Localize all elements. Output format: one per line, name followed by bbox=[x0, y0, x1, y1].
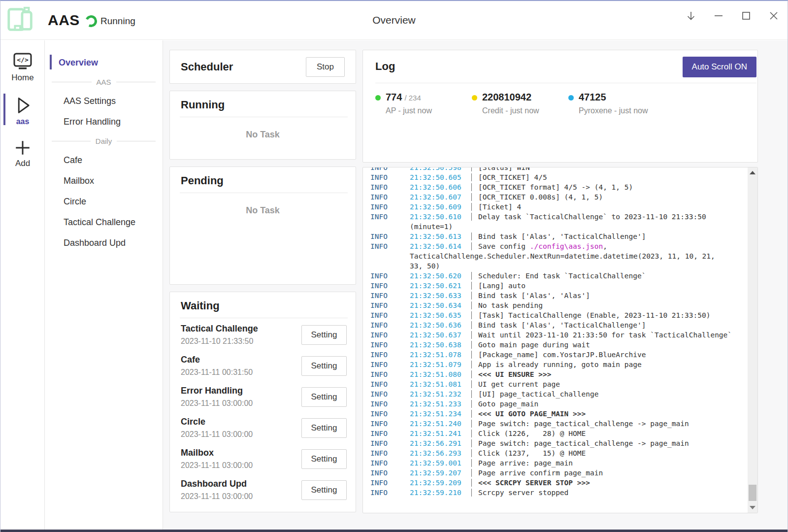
log-timestamp: 21:32:50.613 bbox=[410, 232, 471, 241]
scroll-down-icon[interactable] bbox=[750, 506, 755, 509]
play-icon bbox=[13, 96, 33, 115]
maximize-icon bbox=[740, 10, 752, 22]
sidebar-item-aas-settings[interactable]: AAS Settings bbox=[45, 91, 163, 111]
close-button[interactable] bbox=[768, 10, 780, 22]
log-level: INFO bbox=[370, 340, 410, 350]
divider-line bbox=[117, 141, 156, 141]
log-text: [Ticket] 4 bbox=[478, 203, 521, 211]
log-text: Page arrive confirm page_main bbox=[478, 469, 603, 477]
nav-rail-item-add[interactable]: Add bbox=[0, 134, 45, 168]
log-text: Goto page_main bbox=[478, 400, 538, 408]
code-monitor-icon: </> bbox=[12, 52, 33, 71]
scrollbar-thumb[interactable] bbox=[749, 485, 756, 501]
status-text: Running bbox=[100, 16, 135, 27]
setting-button[interactable]: Setting bbox=[301, 387, 347, 407]
log-line: INFO21:32:50.635[Task] TacticalChallenge… bbox=[363, 310, 748, 320]
stop-button[interactable]: Stop bbox=[306, 57, 345, 77]
sidebar-item-dashboard-upd[interactable]: Dashboard Upd bbox=[45, 233, 163, 253]
dashboard-label: Pyroxene - just now bbox=[579, 106, 648, 115]
log-text: App is already running, goto main page bbox=[478, 361, 642, 368]
log-lines: INFO21:32:50.598[Status] WININFO21:32:50… bbox=[363, 167, 748, 498]
svg-text:</>: </> bbox=[17, 56, 29, 64]
sidebar-item-label: Dashboard Upd bbox=[64, 238, 126, 248]
log-timestamp: 21:32:50.635 bbox=[410, 310, 471, 320]
download-update-button[interactable] bbox=[685, 10, 697, 22]
log-line: INFO21:32:51.241Click (1226, 28) @ HOME bbox=[363, 429, 748, 438]
running-card: Running No Task bbox=[169, 91, 356, 160]
log-text: Click (1226, 28) @ HOME bbox=[478, 430, 586, 437]
log-message: Scheduler: End task `TacticalChallenge` bbox=[471, 272, 646, 280]
sidebar-item-mailbox[interactable]: Mailbox bbox=[45, 170, 163, 191]
log-message: [UI] page_tactical_challenge bbox=[471, 390, 598, 398]
log-message: Delay task `TacticalChallenge` to 2023-1… bbox=[471, 213, 706, 221]
setting-button[interactable]: Setting bbox=[301, 418, 347, 438]
dashboard-value-row: 47125 bbox=[579, 92, 648, 103]
auto-scroll-toggle[interactable]: Auto Scroll ON bbox=[683, 57, 756, 77]
log-text: Bind task ['Alas', 'TacticalChallenge'] bbox=[478, 321, 646, 329]
log-text: [OCR_TICKET format] 4/5 -> (4, 1, 5) bbox=[478, 183, 633, 191]
minimize-button[interactable] bbox=[713, 10, 724, 22]
window-controls bbox=[685, 10, 780, 22]
dashboard-item-text: 774/ 234AP - just now bbox=[386, 92, 432, 115]
sidebar-section-divider: AAS bbox=[45, 73, 163, 91]
sidebar-item-overview[interactable]: Overview bbox=[45, 52, 163, 73]
pending-card: Pending No Task bbox=[169, 166, 356, 285]
log-timestamp: 21:32:51.241 bbox=[410, 429, 471, 438]
log-text: [Lang] auto bbox=[478, 282, 525, 290]
waiting-task-time: 2023-11-11 03:00:00 bbox=[181, 399, 253, 408]
divider-line bbox=[52, 82, 92, 82]
scroll-up-icon[interactable] bbox=[750, 171, 755, 174]
setting-button[interactable]: Setting bbox=[301, 325, 347, 345]
setting-button[interactable]: Setting bbox=[301, 356, 347, 376]
nav-rail-item-home[interactable]: </> Home bbox=[0, 47, 45, 83]
log-timestamp: 21:32:50.607 bbox=[410, 192, 471, 202]
log-level: INFO bbox=[370, 212, 410, 222]
sidebar-item-cafe[interactable]: Cafe bbox=[45, 150, 163, 170]
log-line: INFO21:32:50.610Delay task `TacticalChal… bbox=[363, 212, 748, 222]
sidebar-item-circle[interactable]: Circle bbox=[45, 191, 163, 212]
log-level: INFO bbox=[370, 478, 410, 488]
log-line: TacticalChallenge.Scheduler.NextRun=date… bbox=[363, 251, 748, 261]
sidebar-menu: OverviewAASAAS SettingsError HandlingDai… bbox=[45, 40, 163, 530]
log-line: INFO21:32:56.291Page switch: page_tactic… bbox=[363, 438, 748, 448]
sidebar-item-label: Tactical Challenge bbox=[64, 217, 135, 227]
setting-button[interactable]: Setting bbox=[301, 480, 347, 500]
log-message: UI get current page bbox=[471, 380, 560, 388]
log-level: INFO bbox=[370, 192, 410, 202]
log-scrollbar[interactable] bbox=[748, 167, 757, 513]
waiting-task-row: Circle2023-11-11 03:00:00Setting bbox=[170, 412, 356, 443]
log-timestamp: 21:32:50.606 bbox=[410, 182, 471, 192]
running-spinner-icon bbox=[84, 14, 99, 29]
sidebar-item-tactical-challenge[interactable]: Tactical Challenge bbox=[45, 212, 163, 233]
maximize-button[interactable] bbox=[740, 10, 752, 22]
log-line: INFO21:32:50.633Bind task ['Alas', 'Alas… bbox=[363, 291, 748, 300]
log-timestamp: 21:32:50.614 bbox=[410, 241, 471, 251]
sidebar-item-label: Circle bbox=[64, 197, 86, 206]
log-text: Page switch: page_tactical_challenge -> … bbox=[478, 420, 689, 428]
dashboard-item-credit: 220810942Credit - just now bbox=[472, 92, 568, 115]
log-level: INFO bbox=[370, 458, 410, 468]
log-path: ./config\aas.json bbox=[530, 242, 603, 250]
sidebar-item-error-handling[interactable]: Error Handling bbox=[45, 111, 163, 132]
plus-icon bbox=[14, 139, 32, 157]
log-level: INFO bbox=[370, 232, 410, 241]
waiting-task-info: Error Handling2023-11-11 03:00:00 bbox=[181, 386, 253, 408]
log-line: INFO21:32:59.210Scrcpy server stopped bbox=[363, 488, 748, 498]
log-line: INFO21:32:50.637Wait until 2023-11-10 21… bbox=[363, 330, 748, 340]
log-level: INFO bbox=[370, 281, 410, 291]
waiting-task-name: Mailbox bbox=[181, 448, 253, 458]
log-text: Bind task ['Alas', 'TacticalChallenge'] bbox=[478, 233, 646, 240]
log-text: [Task] TacticalChallenge (Enable, 2023-1… bbox=[478, 311, 710, 319]
log-line: INFO21:32:50.614Save config ./config\aas… bbox=[363, 241, 748, 251]
log-text: [Package_name] com.YostarJP.BlueArchive bbox=[478, 351, 646, 359]
log-level: INFO bbox=[370, 369, 410, 379]
nav-rail-item-aas[interactable]: aas bbox=[0, 91, 45, 126]
log-message-continuation: TacticalChallenge.Scheduler.NextRun=date… bbox=[410, 252, 715, 260]
log-text: [Status] WIN bbox=[478, 167, 530, 171]
status-dot bbox=[472, 95, 477, 100]
setting-button[interactable]: Setting bbox=[301, 449, 347, 469]
log-message: [Ticket] 4 bbox=[471, 203, 521, 211]
dashboard-item-pyroxene: 47125Pyroxene - just now bbox=[568, 92, 665, 115]
log-line: INFO21:32:56.293Click (1237, 15) @ HOME bbox=[363, 448, 748, 458]
waiting-task-name: Dashboard Upd bbox=[181, 479, 253, 489]
